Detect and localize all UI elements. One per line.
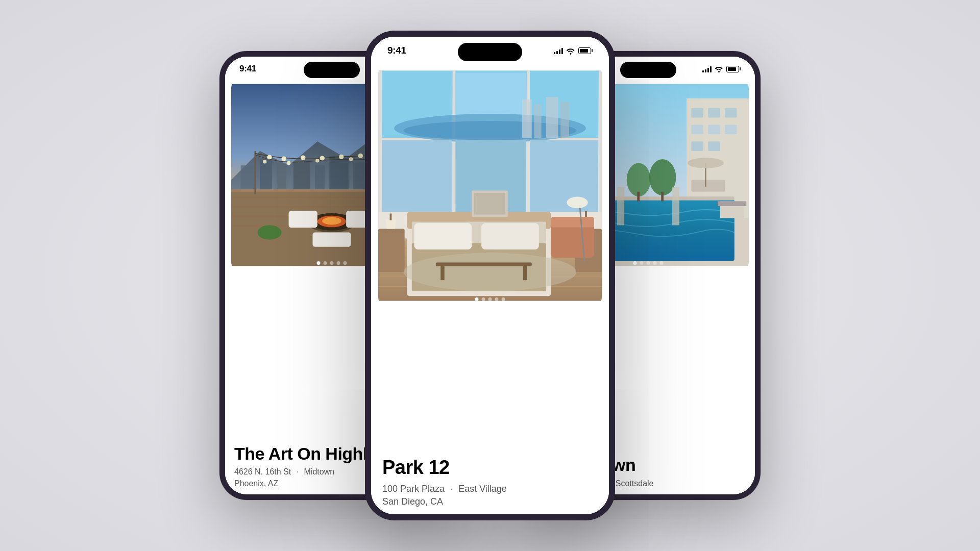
svg-rect-111 <box>725 125 737 135</box>
svg-rect-73 <box>414 223 472 249</box>
svg-rect-112 <box>691 141 703 151</box>
mute-button-left-phone <box>219 184 220 210</box>
dots-left <box>317 261 347 265</box>
svg-point-34 <box>358 154 363 158</box>
svg-rect-44 <box>378 70 382 214</box>
mute-center <box>365 174 365 203</box>
phone-center: 9:41 <box>365 31 615 520</box>
svg-rect-22 <box>289 211 317 228</box>
svg-rect-88 <box>436 262 532 266</box>
svg-point-126 <box>649 159 676 195</box>
svg-rect-47 <box>599 70 602 214</box>
dot-4 <box>337 261 340 265</box>
svg-rect-46 <box>527 70 530 214</box>
volume-up-center <box>365 103 365 131</box>
dot-r2 <box>640 261 644 265</box>
address-street-left: 4626 N. 16th St <box>234 467 291 476</box>
wifi-icon-right <box>715 65 723 72</box>
address-street-center: 100 Park Plaza <box>382 484 445 494</box>
neighborhood-center: East Village <box>458 484 507 494</box>
bedroom-scene <box>378 63 602 308</box>
separator-c1: · <box>450 483 453 495</box>
volume-down-center <box>365 139 365 167</box>
dot-c4 <box>495 297 499 301</box>
svg-rect-109 <box>691 125 703 135</box>
svg-rect-77 <box>390 214 392 220</box>
svg-rect-90 <box>523 266 527 280</box>
dot-5 <box>344 261 347 265</box>
svg-rect-54 <box>522 99 532 138</box>
battery-center <box>578 47 593 54</box>
svg-point-87 <box>404 253 576 291</box>
svg-point-37 <box>263 160 267 164</box>
status-icons-center <box>554 47 593 55</box>
svg-rect-24 <box>312 233 351 247</box>
address-city-left: Phoenix, AZ <box>234 479 278 488</box>
time-center: 9:41 <box>387 45 406 56</box>
dot-c5 <box>502 297 505 301</box>
svg-rect-74 <box>481 223 539 249</box>
wifi-icon-center <box>566 47 575 55</box>
svg-rect-89 <box>440 266 445 280</box>
svg-rect-8 <box>353 162 365 194</box>
svg-point-38 <box>287 161 291 165</box>
signal-bars-right <box>702 65 712 72</box>
svg-point-30 <box>282 156 286 161</box>
svg-rect-107 <box>708 108 720 118</box>
time-left: 9:41 <box>239 64 256 74</box>
dynamic-island-right <box>620 62 676 78</box>
separator-1: · <box>297 466 299 478</box>
svg-rect-120 <box>691 180 725 191</box>
neighborhood-left: Midtown <box>304 467 335 476</box>
svg-point-33 <box>339 155 344 159</box>
dot-r5 <box>660 261 664 265</box>
signal-bars-center <box>554 47 563 54</box>
svg-rect-113 <box>708 141 720 151</box>
signal-bar-r2 <box>705 69 706 72</box>
dot-1 <box>317 261 321 265</box>
signal-bar-c3 <box>559 49 560 54</box>
svg-rect-84 <box>551 217 594 228</box>
svg-point-39 <box>315 159 320 163</box>
svg-rect-82 <box>474 193 505 214</box>
dot-c3 <box>488 297 492 301</box>
power-button-center <box>615 121 615 164</box>
volume-down-button-left-phone <box>219 151 220 177</box>
svg-point-21 <box>322 217 341 225</box>
dot-r3 <box>647 261 650 265</box>
image-container-center <box>371 61 609 446</box>
svg-rect-108 <box>725 108 737 118</box>
address-city-center: San Diego, CA <box>382 496 443 507</box>
dot-r1 <box>633 261 637 265</box>
svg-rect-110 <box>708 125 720 135</box>
svg-rect-106 <box>691 108 703 118</box>
svg-point-25 <box>258 226 282 240</box>
svg-rect-3 <box>260 158 272 194</box>
dot-c1 <box>475 297 479 301</box>
signal-bar-c4 <box>561 48 563 54</box>
svg-point-40 <box>349 157 353 161</box>
signal-bar-c2 <box>556 51 558 54</box>
phones-container: 9:41 <box>0 0 980 551</box>
dots-right <box>633 261 664 265</box>
status-bar-center: 9:41 <box>371 37 609 61</box>
svg-rect-45 <box>453 70 456 214</box>
svg-point-125 <box>627 163 651 197</box>
dot-r4 <box>653 261 657 265</box>
svg-rect-57 <box>560 102 569 138</box>
svg-marker-76 <box>385 219 397 229</box>
property-image-center[interactable] <box>378 63 602 308</box>
svg-rect-58 <box>382 140 452 212</box>
svg-rect-130 <box>672 187 679 225</box>
svg-point-86 <box>567 197 587 209</box>
svg-rect-128 <box>661 192 664 202</box>
battery-right <box>726 66 741 72</box>
phone-center-screen: 9:41 <box>371 37 609 514</box>
svg-rect-127 <box>637 192 640 202</box>
dot-3 <box>330 261 334 265</box>
svg-rect-129 <box>617 187 624 225</box>
dot-2 <box>324 261 327 265</box>
svg-rect-56 <box>546 97 558 138</box>
property-address-center: 100 Park Plaza · East Village San Diego,… <box>382 483 598 508</box>
power-button-right <box>760 138 761 179</box>
